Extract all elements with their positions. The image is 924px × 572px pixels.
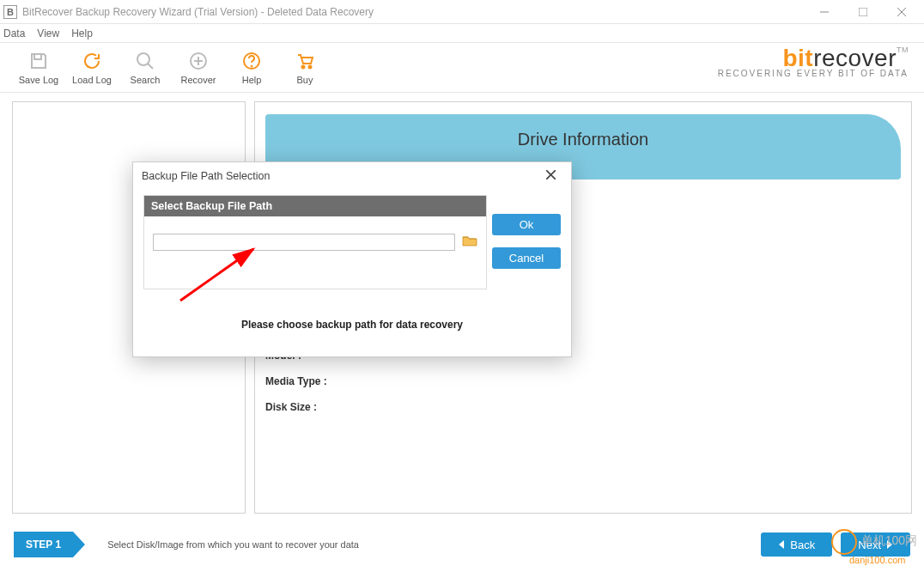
step-label: STEP 1 <box>26 539 61 551</box>
brand-recover: recover <box>813 45 897 71</box>
svg-point-11 <box>252 66 252 67</box>
save-log-label: Save Log <box>19 75 58 85</box>
chevron-left-icon <box>778 540 785 549</box>
menu-data[interactable]: Data <box>3 27 25 40</box>
title-bar: B BitRecover Backup Recovery Wizard (Tri… <box>0 0 924 24</box>
backup-path-input[interactable] <box>153 234 455 251</box>
search-icon <box>134 50 156 72</box>
buy-label: Buy <box>297 75 313 85</box>
backup-path-dialog: Backup File Path Selection Select Backup… <box>132 161 572 357</box>
back-button[interactable]: Back <box>761 532 832 557</box>
brand-tm: TM <box>897 46 909 54</box>
menu-help[interactable]: Help <box>71 27 93 40</box>
svg-line-6 <box>148 64 153 69</box>
dialog-bar-label: Select Backup File Path <box>144 196 486 216</box>
dialog-titlebar: Backup File Path Selection <box>133 162 571 190</box>
search-label: Search <box>131 75 161 85</box>
brand-logo: bitrecoverTM RECOVERING EVERY BIT OF DAT… <box>718 46 909 78</box>
load-log-label: Load Log <box>72 75 112 85</box>
watermark: 单机100网 danji100.com <box>831 529 917 565</box>
toolbar: Save Log Load Log Search Recover Help Bu… <box>0 43 924 93</box>
recover-button[interactable]: Recover <box>172 50 225 85</box>
brand-tagline: RECOVERING EVERY BIT OF DATA <box>718 69 909 78</box>
footer: STEP 1 Select Disk/Image from which you … <box>0 526 924 563</box>
window-title: BitRecover Backup Recovery Wizard (Trial… <box>22 6 374 18</box>
svg-point-5 <box>137 53 149 65</box>
browse-folder-button[interactable] <box>462 234 477 250</box>
folder-icon <box>462 234 477 246</box>
menu-view[interactable]: View <box>37 27 59 40</box>
help-icon <box>240 50 263 72</box>
load-log-button[interactable]: Load Log <box>65 50 119 85</box>
back-label: Back <box>790 539 815 551</box>
reload-icon <box>81 50 103 72</box>
recover-label: Recover <box>181 75 216 85</box>
watermark-url: danji100.com <box>849 555 905 565</box>
search-button[interactable]: Search <box>119 50 172 85</box>
footer-hint: Select Disk/Image from which you want to… <box>107 539 359 550</box>
step-flag: STEP 1 <box>14 532 73 557</box>
close-button[interactable] <box>882 0 921 24</box>
ok-button[interactable]: Ok <box>492 214 561 235</box>
help-label: Help <box>242 75 262 85</box>
buy-button[interactable]: Buy <box>278 50 331 85</box>
maximize-button[interactable] <box>843 0 882 24</box>
minimize-button[interactable] <box>805 0 843 24</box>
drive-info-title: Drive Information <box>518 130 648 149</box>
brand-bit: bit <box>782 45 813 71</box>
watermark-face-icon <box>831 529 857 555</box>
help-button[interactable]: Help <box>225 50 278 85</box>
save-log-button[interactable]: Save Log <box>12 50 65 85</box>
dialog-close-button[interactable] <box>538 170 562 182</box>
recover-icon <box>187 50 210 72</box>
menu-bar: Data View Help <box>0 24 924 43</box>
svg-point-12 <box>302 66 305 69</box>
svg-point-13 <box>309 66 312 69</box>
watermark-cn: 单机100网 <box>861 533 917 547</box>
svg-rect-1 <box>859 8 867 16</box>
drive-fields: Model : Media Type : Disk Size : <box>265 350 901 413</box>
app-icon: B <box>3 5 17 19</box>
close-icon <box>546 170 556 180</box>
cart-icon <box>294 50 316 72</box>
cancel-button[interactable]: Cancel <box>492 247 561 269</box>
save-icon <box>27 50 50 72</box>
dialog-title: Backup File Path Selection <box>142 170 270 182</box>
svg-rect-4 <box>34 54 41 59</box>
media-type-label: Media Type : <box>265 375 327 387</box>
dialog-path-panel: Select Backup File Path <box>143 195 487 289</box>
disk-size-label: Disk Size : <box>265 401 317 413</box>
dialog-message: Please choose backup path for data recov… <box>143 289 561 331</box>
